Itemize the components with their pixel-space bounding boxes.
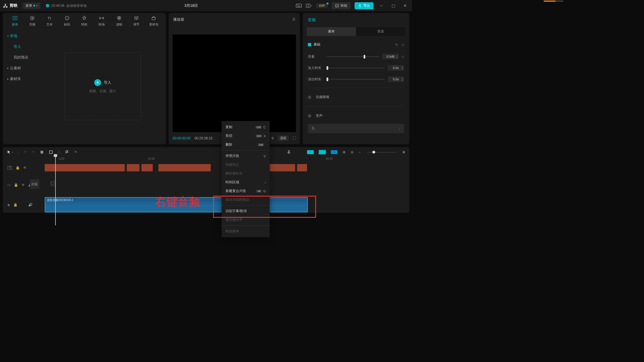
ctx-cut[interactable]: 剪切CtrlX	[222, 132, 270, 140]
zoom-in-button[interactable]: ⊕	[402, 150, 405, 154]
svg-point-15	[66, 18, 66, 18]
pitch-select[interactable]: 无 ⌄	[308, 124, 404, 133]
tab-filter[interactable]: 滤镜	[110, 15, 128, 27]
video-track: ▭ 🔒 👁 🔊 封面	[3, 179, 409, 191]
close-button[interactable]: ✕	[401, 3, 409, 8]
freeze-button[interactable]: ▯	[58, 150, 60, 154]
tab-sticker[interactable]: 贴纸	[58, 15, 76, 27]
basic-checkbox[interactable]	[308, 43, 311, 46]
media-panel: 媒体 音频 TI文本 贴纸 特效 转场 滤镜 调节 素材包 ▾本地 导入 我的预…	[3, 13, 166, 144]
fadein-slider[interactable]	[327, 68, 385, 68]
media-sidebar: ▾本地 导入 我的预设 ▸云素材 ▸素材库	[3, 28, 40, 144]
undo-button[interactable]: ↶	[24, 150, 27, 154]
denoise-checkbox[interactable]	[308, 96, 311, 99]
lock-icon[interactable]: 🔒	[16, 166, 20, 170]
volume-slider[interactable]	[327, 56, 379, 57]
track-toggle-2[interactable]	[319, 150, 326, 154]
pitch-checkbox[interactable]	[308, 114, 311, 118]
cursor-tool[interactable]: ▾	[7, 150, 13, 154]
ctx-compound[interactable]: 新建复合片段AltG	[222, 187, 270, 195]
text-clip[interactable]	[158, 164, 211, 171]
svg-rect-4	[299, 5, 299, 5]
ctx-recognize-subtitle[interactable]: 识别字幕/歌词	[222, 207, 270, 216]
playhead[interactable]	[55, 156, 56, 225]
zoom-out-button[interactable]: −	[359, 150, 360, 154]
tab-text[interactable]: TI文本	[41, 15, 58, 27]
eye-icon[interactable]: 👁	[22, 183, 25, 187]
track-toggle-1[interactable]	[307, 150, 314, 154]
tab-effect[interactable]: 特效	[76, 15, 93, 27]
ctx-time-range[interactable]: 时间区域›	[222, 178, 270, 187]
tab-transition[interactable]: 转场	[93, 15, 110, 27]
fadeout-value[interactable]: 0.0s▴▾	[388, 76, 404, 82]
svg-rect-1	[296, 4, 302, 7]
volume-value[interactable]: 0.0dB▴▾	[382, 54, 399, 59]
flag-button[interactable]	[65, 150, 69, 154]
fadeout-slider[interactable]	[327, 79, 385, 80]
scissors-icon	[3, 3, 8, 8]
keyframe-icon[interactable]: ◇	[402, 43, 404, 47]
review-button[interactable]: 审阅	[332, 2, 351, 9]
volume-keyframe-icon[interactable]: ◇	[402, 55, 404, 59]
player-menu-icon[interactable]: ☰	[292, 18, 295, 21]
import-dropzone[interactable]: + 导入 视频、音频、图片	[65, 52, 141, 120]
cover-thumbnail[interactable]: 封面	[30, 179, 39, 189]
player-viewport[interactable]	[173, 35, 296, 132]
eye-icon[interactable]: 👁	[23, 166, 27, 170]
fullscreen-icon[interactable]: ⛶	[293, 136, 296, 140]
text-clip[interactable]	[45, 164, 125, 171]
player-duration: 00:29:38:15	[194, 136, 212, 140]
menu-button[interactable]: 菜单 ▾	[23, 3, 40, 9]
project-title[interactable]: 3月18日	[87, 3, 296, 8]
keyboard-icon[interactable]	[296, 3, 302, 8]
properties-panel: 音频 基本 变速 基础 ↻ ◇ 音量 0.0dB▴▾ ◇ 淡入时长 0.0s▴▾…	[303, 13, 409, 144]
tab-package[interactable]: 素材包	[145, 15, 162, 27]
tree-my-preset[interactable]: 我的预设	[3, 52, 40, 63]
crop-button[interactable]	[49, 150, 53, 154]
align-button[interactable]: ⊕	[343, 150, 345, 154]
minimize-button[interactable]: ─	[377, 3, 385, 8]
magnet-button[interactable]: ◎	[351, 150, 353, 154]
ctx-copy[interactable]: 复制CtrlC	[222, 123, 270, 132]
ctx-delete[interactable]: 删除Del	[222, 140, 270, 149]
fadein-value[interactable]: 0.0s▴▾	[388, 65, 404, 71]
zoom-icon[interactable]: ⚲	[271, 136, 274, 140]
maximize-button[interactable]: ▢	[389, 3, 397, 8]
flag-filled-button[interactable]: ⚑	[74, 150, 77, 154]
tab-media[interactable]: 媒体	[6, 15, 23, 27]
text-clip[interactable]	[141, 164, 153, 171]
svg-rect-8	[336, 4, 339, 7]
tree-cloud[interactable]: ▸云素材	[3, 63, 40, 74]
tab-basic[interactable]: 基本	[307, 27, 356, 36]
ctx-disable[interactable]: 停用片段V	[222, 152, 270, 160]
vip-badge[interactable]: VIP	[316, 3, 328, 8]
lock-icon[interactable]: 🔒	[13, 203, 18, 207]
app-logo: 剪映	[3, 3, 18, 8]
tab-audio[interactable]: 音频	[23, 15, 41, 27]
video-track-type-icon: ▭	[7, 183, 10, 187]
empty-video-slot-icon[interactable]	[50, 181, 55, 186]
ctx-link-media: 链接媒体	[222, 227, 270, 232]
text-clip[interactable]	[297, 164, 307, 171]
svg-rect-25	[42, 151, 43, 154]
text-clip[interactable]	[127, 164, 139, 171]
split-button[interactable]	[40, 150, 44, 154]
row-fadein: 淡入时长 0.0s▴▾	[303, 62, 409, 74]
lock-icon[interactable]: 🔒	[14, 183, 18, 187]
tree-local[interactable]: ▾本地	[3, 31, 40, 41]
fit-button[interactable]: 适应	[278, 135, 289, 141]
mic-button[interactable]	[287, 150, 291, 154]
redo-button[interactable]: ↷	[32, 150, 35, 154]
zoom-slider[interactable]	[367, 152, 396, 153]
export-button[interactable]: 导出	[355, 2, 373, 9]
tab-speed[interactable]: 变速	[356, 27, 405, 36]
track-toggle-3[interactable]	[331, 150, 338, 154]
props-title: 音频	[303, 13, 409, 25]
reset-icon[interactable]: ↻	[395, 43, 398, 47]
tree-library[interactable]: ▸素材库	[3, 74, 40, 84]
tree-import[interactable]: 导入	[3, 41, 40, 52]
layout-icon[interactable]: ▾	[306, 3, 312, 8]
speaker-icon[interactable]: 🔊	[28, 203, 33, 207]
plus-icon: +	[94, 79, 101, 86]
tab-adjust[interactable]: 调节	[128, 15, 145, 27]
